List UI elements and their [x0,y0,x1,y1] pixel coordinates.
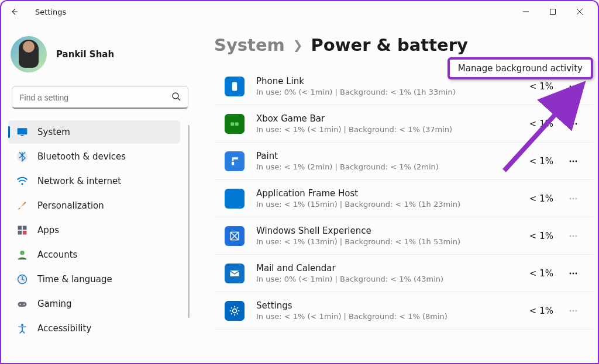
avatar [11,36,47,72]
sidebar-item-label: Time & language [37,274,112,285]
svg-point-23 [573,85,574,87]
tooltip-label: Manage background activity [458,63,583,74]
sidebar-item-personalization[interactable]: Personalization [8,194,180,217]
svg-rect-30 [232,161,234,165]
svg-point-32 [573,160,574,162]
app-usage-list: Phone LinkIn use: 0% (< 1min) | Backgrou… [214,68,593,363]
minimize-button[interactable] [512,3,539,20]
sidebar-item-time[interactable]: Time & language [8,268,180,291]
svg-point-50 [573,310,574,311]
app-text: Mail and CalendarIn use: 0% (< 1min) | B… [256,263,520,283]
breadcrumb: System ❯ Power & battery [214,35,593,55]
svg-point-33 [576,160,577,162]
svg-point-22 [570,85,572,87]
back-button[interactable] [6,4,22,20]
more-icon [568,119,579,129]
sidebar-item-apps[interactable]: Apps [8,219,180,242]
app-row[interactable]: Mail and CalendarIn use: 0% (< 1min) | B… [214,255,593,292]
svg-point-47 [576,272,577,274]
search-input[interactable] [19,93,171,102]
svg-point-14 [20,251,25,255]
app-more-button[interactable] [564,156,583,167]
app-more-button [564,306,583,316]
app-percent: < 1% [529,156,553,167]
app-row[interactable]: PaintIn use: < 1% (2min) | Background: <… [214,143,593,180]
svg-rect-25 [230,122,234,126]
sidebar-item-label: Accounts [37,249,77,260]
app-percent: < 1% [529,119,553,129]
apps-icon [16,224,28,236]
sidebar-item-system[interactable]: System [8,120,180,144]
sidebar-item-label: Personalization [37,200,104,211]
svg-rect-34 [231,195,238,202]
svg-point-20 [21,324,23,326]
app-row[interactable]: Application Frame HostIn use: < 1% (15mi… [214,180,593,217]
window-title: Settings [35,8,66,16]
profile[interactable]: Pankil Shah [8,33,192,86]
app-usage-detail: In use: < 1% (< 1min) | Background: < 1%… [256,312,520,321]
app-more-button [564,231,583,241]
app-name: Mail and Calendar [256,263,520,273]
app-usage-detail: In use: < 1% (2min) | Background: < 1% (… [256,162,520,171]
app-name: Settings [256,300,520,311]
svg-point-36 [573,197,574,199]
app-row[interactable]: Xbox Game BarIn use: < 1% (< 1min) | Bac… [214,105,593,143]
sidebar-item-bluetooth[interactable]: Bluetooth & devices [8,145,180,168]
search-box[interactable] [12,86,188,109]
more-icon [568,231,579,241]
close-icon [576,8,583,15]
sidebar-item-accessibility[interactable]: Accessibility [8,317,180,340]
monitor-icon [16,126,28,138]
app-text: Xbox Game BarIn use: < 1% (< 1min) | Bac… [256,113,520,134]
more-icon [568,81,579,92]
svg-rect-12 [18,231,22,235]
more-icon [568,193,579,204]
more-icon [568,268,579,279]
svg-rect-10 [18,226,22,230]
app-usage-detail: In use: < 1% (13min) | Background: < 1% … [256,237,520,246]
sidebar: Pankil Shah SystemBluetooth & devicesNet… [1,22,197,363]
sidebar-item-label: Accessibility [37,323,91,334]
svg-rect-6 [18,128,27,134]
app-text: Application Frame HostIn use: < 1% (15mi… [256,188,520,209]
app-name: Application Frame Host [256,188,520,199]
app-percent: < 1% [529,268,553,279]
app-row[interactable]: Windows Shell ExperienceIn use: < 1% (13… [214,217,593,255]
svg-point-46 [573,272,574,274]
app-more-button[interactable] [564,268,583,279]
app-usage-detail: In use: < 1% (15min) | Background: < 1% … [256,200,520,209]
app-percent: < 1% [529,306,553,316]
maximize-button[interactable] [539,3,566,20]
svg-point-4 [173,93,178,99]
app-text: SettingsIn use: < 1% (< 1min) | Backgrou… [256,300,520,321]
clock-icon [16,273,28,285]
shell-app-icon [225,226,245,246]
app-more-button[interactable] [564,119,583,129]
maximize-icon [549,8,556,15]
sidebar-item-gaming[interactable]: Gaming [8,292,180,316]
sidebar-item-accounts[interactable]: Accounts [8,243,180,266]
app-row[interactable]: SettingsIn use: < 1% (< 1min) | Backgrou… [214,292,593,330]
tooltip-manage-background[interactable]: Manage background activity [447,57,593,79]
svg-rect-13 [23,231,27,235]
svg-point-42 [573,235,574,237]
svg-point-41 [570,235,572,237]
sidebar-item-network[interactable]: Network & internet [8,169,180,193]
app-text: PaintIn use: < 1% (2min) | Background: <… [256,151,520,171]
xbox-app-icon [225,114,245,134]
close-button[interactable] [566,3,593,20]
svg-point-19 [23,304,25,305]
gamepad-icon [16,298,28,310]
app-percent: < 1% [529,193,553,204]
breadcrumb-parent[interactable]: System [214,35,285,55]
window-controls [512,3,593,20]
app-name: Xbox Game Bar [256,113,520,124]
svg-point-9 [21,183,23,185]
svg-point-18 [20,304,21,305]
app-usage-detail: In use: 0% (< 1min) | Background: < 1% (… [256,88,520,96]
sidebar-scrollbar[interactable] [188,125,190,318]
svg-rect-21 [232,82,237,91]
svg-point-28 [573,123,574,124]
app-more-button[interactable] [564,81,583,92]
sidebar-item-label: Apps [37,225,59,235]
